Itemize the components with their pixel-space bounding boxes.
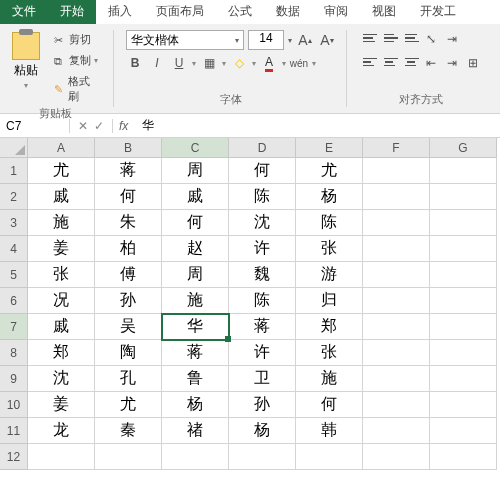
- cell[interactable]: [430, 314, 497, 340]
- indent-dec-button[interactable]: ⇤: [422, 54, 440, 72]
- cell[interactable]: 秦: [95, 418, 162, 444]
- row-header[interactable]: 12: [0, 444, 28, 470]
- tab-file[interactable]: 文件: [0, 0, 48, 24]
- cell[interactable]: [430, 210, 497, 236]
- row-header[interactable]: 1: [0, 158, 28, 184]
- cell[interactable]: [28, 444, 95, 470]
- cell[interactable]: [430, 340, 497, 366]
- cell[interactable]: 蒋: [162, 340, 229, 366]
- col-header[interactable]: A: [28, 138, 95, 158]
- cell[interactable]: [363, 314, 430, 340]
- cell[interactable]: 周: [162, 262, 229, 288]
- row-header[interactable]: 5: [0, 262, 28, 288]
- cell[interactable]: 卫: [229, 366, 296, 392]
- cell[interactable]: 郑: [28, 340, 95, 366]
- cell[interactable]: 张: [296, 340, 363, 366]
- cell[interactable]: [430, 288, 497, 314]
- cell[interactable]: 尤: [296, 158, 363, 184]
- cell[interactable]: [363, 184, 430, 210]
- underline-button[interactable]: U: [170, 54, 188, 72]
- col-header[interactable]: B: [95, 138, 162, 158]
- col-header[interactable]: D: [229, 138, 296, 158]
- col-header[interactable]: F: [363, 138, 430, 158]
- row-header[interactable]: 2: [0, 184, 28, 210]
- cell[interactable]: [430, 184, 497, 210]
- tab-pagelayout[interactable]: 页面布局: [144, 0, 216, 24]
- tab-home[interactable]: 开始: [48, 0, 96, 24]
- formula-input[interactable]: 华: [134, 117, 162, 134]
- cell[interactable]: 杨: [162, 392, 229, 418]
- cell[interactable]: 陈: [229, 184, 296, 210]
- cell[interactable]: 张: [296, 236, 363, 262]
- align-middle-button[interactable]: [380, 30, 398, 46]
- cell[interactable]: 何: [296, 392, 363, 418]
- cell[interactable]: 孔: [95, 366, 162, 392]
- cell[interactable]: [430, 366, 497, 392]
- cell[interactable]: [430, 392, 497, 418]
- tab-dev[interactable]: 开发工: [408, 0, 468, 24]
- col-header[interactable]: E: [296, 138, 363, 158]
- phonetic-button[interactable]: wén: [290, 54, 308, 72]
- cell[interactable]: 郑: [296, 314, 363, 340]
- select-all-corner[interactable]: [0, 138, 28, 158]
- cell[interactable]: 蒋: [95, 158, 162, 184]
- cell[interactable]: 沈: [229, 210, 296, 236]
- cell[interactable]: [430, 444, 497, 470]
- align-bottom-button[interactable]: [401, 30, 419, 46]
- cell[interactable]: [296, 444, 363, 470]
- row-header[interactable]: 7: [0, 314, 28, 340]
- fill-color-button[interactable]: ◇: [230, 54, 248, 72]
- cell[interactable]: 归: [296, 288, 363, 314]
- cell[interactable]: 孙: [95, 288, 162, 314]
- align-top-button[interactable]: [359, 30, 377, 46]
- cell[interactable]: 蒋: [229, 314, 296, 340]
- cell[interactable]: [363, 340, 430, 366]
- cell[interactable]: [162, 444, 229, 470]
- align-center-button[interactable]: [380, 54, 398, 70]
- font-color-button[interactable]: A: [260, 54, 278, 72]
- cell[interactable]: [363, 236, 430, 262]
- name-box[interactable]: C7: [0, 119, 70, 133]
- font-name-select[interactable]: 华文楷体▾: [126, 30, 244, 50]
- cell[interactable]: 戚: [28, 184, 95, 210]
- cell[interactable]: [363, 444, 430, 470]
- cell[interactable]: 孙: [229, 392, 296, 418]
- cell[interactable]: 施: [162, 288, 229, 314]
- cell[interactable]: 何: [162, 210, 229, 236]
- cell[interactable]: 周: [162, 158, 229, 184]
- tab-formulas[interactable]: 公式: [216, 0, 264, 24]
- bold-button[interactable]: B: [126, 54, 144, 72]
- font-size-select[interactable]: 14: [248, 30, 284, 50]
- paste-button[interactable]: 粘贴 ▾: [8, 30, 44, 106]
- tab-view[interactable]: 视图: [360, 0, 408, 24]
- cell[interactable]: 吴: [95, 314, 162, 340]
- row-header[interactable]: 4: [0, 236, 28, 262]
- cell[interactable]: 朱: [95, 210, 162, 236]
- cell[interactable]: [363, 262, 430, 288]
- italic-button[interactable]: I: [148, 54, 166, 72]
- cell[interactable]: 游: [296, 262, 363, 288]
- cell[interactable]: 姜: [28, 392, 95, 418]
- cell[interactable]: 许: [229, 340, 296, 366]
- tab-review[interactable]: 审阅: [312, 0, 360, 24]
- cell[interactable]: [363, 366, 430, 392]
- cell[interactable]: 禇: [162, 418, 229, 444]
- col-header[interactable]: C: [162, 138, 229, 158]
- cell[interactable]: 沈: [28, 366, 95, 392]
- cell[interactable]: [430, 236, 497, 262]
- row-header[interactable]: 3: [0, 210, 28, 236]
- fx-icon[interactable]: fx: [113, 119, 134, 133]
- cell[interactable]: [229, 444, 296, 470]
- cell[interactable]: 柏: [95, 236, 162, 262]
- align-left-button[interactable]: [359, 54, 377, 70]
- cell[interactable]: [95, 444, 162, 470]
- cell[interactable]: 魏: [229, 262, 296, 288]
- cell[interactable]: 杨: [229, 418, 296, 444]
- cell[interactable]: 龙: [28, 418, 95, 444]
- cell[interactable]: [363, 210, 430, 236]
- tab-data[interactable]: 数据: [264, 0, 312, 24]
- cell[interactable]: 韩: [296, 418, 363, 444]
- cell[interactable]: 傅: [95, 262, 162, 288]
- cell[interactable]: 鲁: [162, 366, 229, 392]
- col-header[interactable]: G: [430, 138, 497, 158]
